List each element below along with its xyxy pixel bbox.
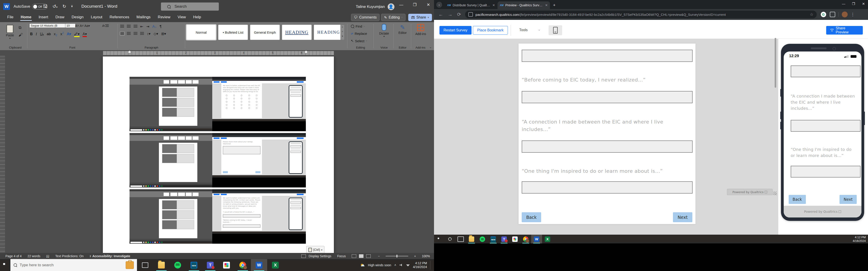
proofing-icon[interactable]: 🕮 xyxy=(46,254,49,258)
style-2[interactable]: • Bulleted List xyxy=(218,25,248,40)
style-5[interactable]: HEADING xyxy=(314,25,344,40)
tab-close-icon[interactable]: ✕ xyxy=(492,3,495,7)
customize-qat-icon[interactable]: ▾̅ xyxy=(71,5,73,8)
outdent-icon[interactable]: ⇤ xyxy=(140,24,143,29)
grammarly-extension-icon[interactable]: G xyxy=(821,12,826,17)
address-bar[interactable]: pacificresearch.qualtrics.com /jfe/previ… xyxy=(465,11,817,18)
menu-tab-view[interactable]: View xyxy=(175,13,189,21)
taskbar-icon-teams[interactable]: T xyxy=(499,235,509,243)
chrome-restore-button[interactable]: ❐ xyxy=(848,0,859,8)
browser-tab-2[interactable]: XMPreview - Qualtrics Survey | Qua✕ xyxy=(498,1,550,9)
taskbar-search-button[interactable] xyxy=(444,235,455,243)
subscript-button[interactable]: x2 xyxy=(54,32,57,37)
menu-tab-help[interactable]: Help xyxy=(190,13,204,21)
bookmark-star-icon[interactable]: ☆ xyxy=(807,12,813,17)
sort-icon[interactable]: A↓ xyxy=(152,25,157,29)
word-restore-button[interactable]: ❐ xyxy=(410,0,420,9)
menu-tab-draw[interactable]: Draw xyxy=(53,13,67,21)
undo-icon[interactable]: ↺▾ xyxy=(53,4,57,9)
paste-button[interactable]: Paste▾ xyxy=(4,24,16,41)
menu-tab-references[interactable]: References xyxy=(107,13,132,21)
dictate-button[interactable]: Dictate▾ xyxy=(376,24,393,37)
phone-text-input-3[interactable] xyxy=(791,166,861,177)
tray-chevron-icon[interactable]: ˄ xyxy=(395,263,396,267)
replace-button[interactable]: ⇄Replace xyxy=(351,32,367,35)
styles-gallery-scroll[interactable]: ˄˅▾ xyxy=(340,25,344,40)
editing-mode-button[interactable]: ✎Editing▾ xyxy=(381,14,405,21)
taskbar-icon-file-explorer[interactable] xyxy=(466,235,477,243)
chrome-menu-icon[interactable]: ⋮ xyxy=(851,12,855,17)
share-preview-button[interactable]: 𐂷Share Preview xyxy=(826,26,863,35)
paste-options-button[interactable]: (Ctrl)▾ xyxy=(306,246,324,253)
chrome-profile-avatar[interactable] xyxy=(842,11,848,18)
find-button[interactable]: Find▾ xyxy=(351,24,365,28)
tab-close-icon[interactable]: ✕ xyxy=(545,3,548,7)
style-4[interactable]: HEADING xyxy=(282,25,312,40)
speaker-icon[interactable] xyxy=(399,264,403,267)
taskbar-icon-chrome[interactable] xyxy=(520,235,531,243)
mobile-view-button[interactable] xyxy=(549,25,562,35)
save-icon[interactable]: 🖫 xyxy=(43,4,48,9)
restart-survey-button[interactable]: Restart Survey xyxy=(439,26,471,35)
weather-text[interactable]: High winds soon xyxy=(368,263,391,267)
font-size-select[interactable]: 10 xyxy=(65,24,75,28)
zoom-level[interactable]: 100% xyxy=(422,254,430,258)
underline-button[interactable]: U▾ xyxy=(40,32,44,36)
network-icon[interactable] xyxy=(406,264,410,267)
taskbar-icon-slack[interactable] xyxy=(218,259,235,271)
start-button[interactable] xyxy=(0,259,10,271)
share-button[interactable]: 🖄Share▾ xyxy=(408,14,432,21)
display-settings[interactable]: Display Settings xyxy=(301,254,331,258)
survey-text-input-3[interactable] xyxy=(522,140,692,153)
accessibility-status[interactable]: 🯅Accessibility: Investigate xyxy=(90,254,130,258)
multilevel-list-icon[interactable] xyxy=(133,25,137,28)
focus-mode[interactable]: Focus xyxy=(337,254,346,258)
vertical-ruler[interactable] xyxy=(0,56,5,253)
autosave-toggle[interactable]: AutoSave Off xyxy=(13,4,48,9)
taskbar-icon-teams[interactable]: T xyxy=(202,259,218,271)
taskbar-icon-word[interactable]: W xyxy=(531,235,542,243)
borders-icon[interactable]: ⊞▾ xyxy=(161,32,166,36)
horizontal-ruler[interactable]: 123456 xyxy=(103,51,334,55)
style-3[interactable]: General Emph xyxy=(250,25,280,40)
indent-marker-left[interactable] xyxy=(128,50,131,53)
menu-tab-insert[interactable]: Insert xyxy=(36,13,51,21)
taskbar-icon-spotify[interactable] xyxy=(477,235,488,243)
reload-icon[interactable]: ⟳ xyxy=(457,12,461,17)
align-left-icon[interactable] xyxy=(120,32,124,35)
zoom-in-button[interactable]: + xyxy=(414,254,416,258)
superscript-button[interactable]: x2 xyxy=(60,31,64,36)
copy-icon[interactable]: ⧉ xyxy=(19,25,22,30)
chrome-close-button[interactable]: ✕ xyxy=(859,0,868,8)
taskbar-icon-outlook[interactable]: ONEW xyxy=(186,259,202,271)
clear-formatting-icon[interactable]: A⌫ xyxy=(102,24,109,28)
align-right-icon[interactable] xyxy=(133,32,137,35)
format-painter-icon[interactable]: 🖌 xyxy=(19,33,23,37)
justify-icon[interactable] xyxy=(140,32,144,35)
embedded-screenshot-sentences[interactable]: We want to better understand how visitor… xyxy=(129,189,306,244)
phone-next-button[interactable]: Next xyxy=(839,195,857,204)
text-effects-icon[interactable]: A▾ xyxy=(67,32,71,36)
taskbar-icon-word[interactable]: W xyxy=(251,259,267,271)
word-minimize-button[interactable]: — xyxy=(396,0,406,9)
page-indicator[interactable]: Page 4 of 4 xyxy=(5,254,22,258)
phone-text-input-2[interactable] xyxy=(791,120,861,132)
zoom-out-button[interactable]: − xyxy=(378,254,380,258)
align-center-icon[interactable] xyxy=(127,32,131,35)
place-bookmark-button[interactable]: Place Bookmark xyxy=(473,26,508,35)
tab-search-chevron-icon[interactable]: ⌄ xyxy=(436,2,442,8)
taskbar-icon-excel[interactable]: X xyxy=(542,235,553,243)
forward-icon[interactable]: → xyxy=(448,12,453,17)
new-tab-button[interactable]: + xyxy=(552,3,557,7)
menu-tab-mailings[interactable]: Mailings xyxy=(134,13,153,21)
taskbar-icon-spotify[interactable] xyxy=(169,259,186,271)
survey-text-input-2[interactable] xyxy=(522,91,692,103)
highlight-color-icon[interactable]: 🖉▾ xyxy=(74,32,80,37)
chrome-minimize-button[interactable]: — xyxy=(839,0,848,8)
menu-tab-design[interactable]: Design xyxy=(69,13,86,21)
indent-icon[interactable]: ⇥ xyxy=(146,24,149,29)
font-name-select[interactable]: Segoe UI Historic (B xyxy=(29,24,66,28)
embedded-screenshot-comments[interactable]: Please share more about your ratings. (O… xyxy=(129,133,306,188)
menu-tab-review[interactable]: Review xyxy=(155,13,173,21)
taskbar-search-box[interactable]: Type here to search xyxy=(10,259,137,271)
